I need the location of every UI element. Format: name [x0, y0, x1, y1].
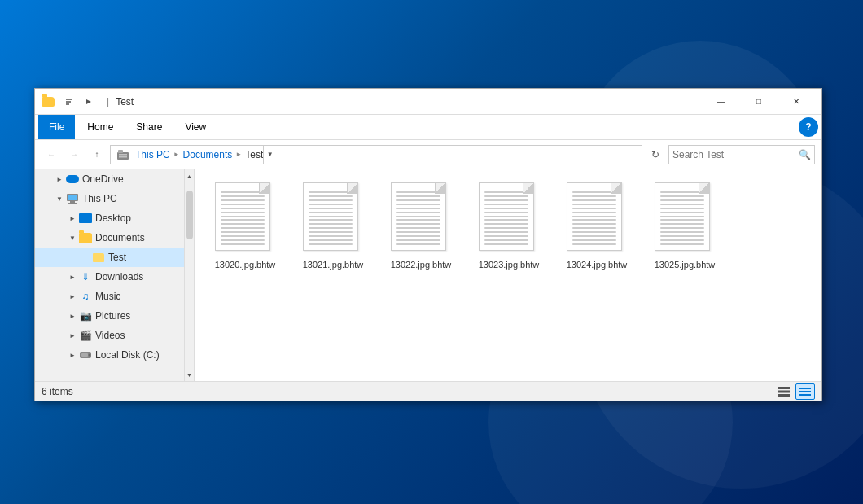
hd-icon — [79, 348, 92, 362]
sidebar-item-music[interactable]: ► ♫ Music — [35, 287, 184, 306]
quick-access-btn-2[interactable] — [81, 94, 97, 110]
item-count: 6 items — [42, 386, 774, 397]
scroll-up-arrow[interactable]: ▲ — [185, 169, 195, 182]
file-name: 13021.jpg.bhtw — [303, 259, 364, 270]
sidebar-label-this-pc: This PC — [82, 193, 117, 204]
tab-view[interactable]: View — [174, 115, 217, 139]
file-thumbnail — [567, 182, 627, 256]
svg-rect-22 — [799, 394, 811, 396]
svg-rect-18 — [786, 390, 790, 392]
videos-icon: 🎬 — [79, 329, 92, 342]
close-button[interactable]: ✕ — [778, 89, 815, 115]
sidebar-item-pictures[interactable]: ► 📷 Pictures — [35, 306, 184, 326]
file-item[interactable]: 13021.jpg.bhtw — [292, 179, 374, 274]
help-button[interactable]: ? — [799, 117, 818, 137]
forward-button: → — [64, 145, 84, 164]
search-box: 🔍 — [668, 145, 815, 164]
address-dropdown[interactable]: ▼ — [263, 145, 276, 164]
expand-icon: ► — [68, 272, 77, 282]
svg-rect-5 — [68, 195, 77, 200]
tab-home[interactable]: Home — [77, 115, 124, 139]
sidebar-label-pictures: Pictures — [95, 310, 130, 322]
svg-rect-17 — [786, 387, 790, 389]
pc-icon — [66, 192, 79, 205]
path-this-pc[interactable]: This PC — [135, 149, 170, 160]
sidebar-item-documents[interactable]: ▼ Documents — [35, 228, 184, 248]
view-buttons — [774, 383, 815, 400]
expand-icon: ► — [68, 311, 77, 321]
expand-icon: ► — [55, 174, 64, 184]
scroll-thumb[interactable] — [186, 191, 193, 239]
expand-icon: ▼ — [55, 194, 64, 204]
sidebar: ► OneDrive ▼ — [35, 169, 184, 381]
svg-rect-14 — [782, 387, 786, 389]
sidebar-item-onedrive[interactable]: ► OneDrive — [35, 169, 184, 189]
ribbon-tab-bar: File Home Share View ? — [35, 115, 821, 139]
sidebar-item-this-pc[interactable]: ▼ This PC — [35, 189, 184, 208]
file-item[interactable]: 13025.jpg.bhtw — [644, 179, 725, 274]
files-grid: 13020.jpg.bhtw 13021.jpg.bhtw — [204, 179, 812, 274]
main-content: ► OneDrive ▼ — [35, 169, 821, 381]
file-name: 13020.jpg.bhtw — [215, 259, 276, 270]
file-item[interactable]: 13023.jpg.bhtw — [468, 179, 550, 274]
svg-rect-3 — [119, 156, 127, 158]
file-thumbnail — [303, 182, 363, 256]
search-icon[interactable]: 🔍 — [799, 149, 811, 160]
svg-rect-19 — [786, 394, 790, 397]
svg-rect-11 — [778, 387, 782, 389]
documents-folder-icon — [79, 231, 92, 244]
window-icon — [42, 95, 55, 108]
sidebar-item-test[interactable]: ► Test — [35, 248, 184, 267]
file-thumbnail — [215, 182, 275, 256]
explorer-window: | Test — □ ✕ File Home Share View ? ← → … — [34, 88, 822, 401]
sidebar-label-music: Music — [95, 291, 120, 302]
svg-rect-12 — [778, 390, 782, 392]
svg-rect-20 — [799, 388, 811, 389]
desktop-icon — [79, 212, 92, 225]
minimize-button[interactable]: — — [703, 89, 740, 115]
sidebar-item-downloads[interactable]: ► ⇓ Downloads — [35, 267, 184, 287]
list-view-button[interactable] — [774, 383, 794, 400]
expand-icon: ▼ — [68, 233, 77, 243]
sidebar-item-desktop[interactable]: ► Desktop — [35, 208, 184, 228]
quick-access-btn-1[interactable] — [61, 94, 77, 110]
up-button[interactable]: ↑ — [87, 145, 107, 164]
scroll-down-arrow[interactable]: ▼ — [185, 368, 195, 381]
file-thumbnail — [479, 182, 539, 256]
tab-file[interactable]: File — [38, 115, 75, 139]
sidebar-label-videos: Videos — [95, 330, 125, 341]
expand-icon: ► — [68, 331, 77, 340]
refresh-button[interactable]: ↻ — [646, 145, 665, 164]
sidebar-label-desktop: Desktop — [95, 213, 131, 224]
quick-access-toolbar — [42, 94, 97, 110]
address-path[interactable]: This PC ► Documents ► Test ▼ — [110, 145, 642, 164]
tile-view-button[interactable] — [795, 383, 815, 400]
svg-point-10 — [89, 354, 91, 357]
file-thumbnail — [391, 182, 451, 256]
onedrive-icon — [66, 173, 79, 186]
file-item[interactable]: 13024.jpg.bhtw — [556, 179, 637, 274]
sidebar-item-local-disk[interactable]: ► Local Disk (C:) — [35, 345, 184, 365]
file-name: 13025.jpg.bhtw — [655, 259, 716, 270]
window-title: Test — [116, 96, 703, 107]
ribbon: File Home Share View ? — [35, 115, 821, 140]
address-bar: ← → ↑ This PC ► Documents ► Test ▼ ↻ — [35, 140, 821, 169]
path-documents[interactable]: Documents — [183, 149, 233, 160]
sidebar-item-videos[interactable]: ► 🎬 Videos — [35, 326, 184, 345]
expand-icon: ► — [68, 350, 77, 360]
sidebar-scrollbar: ▲ ▼ — [184, 169, 194, 381]
tab-share[interactable]: Share — [125, 115, 173, 139]
file-item[interactable]: 13020.jpg.bhtw — [204, 179, 286, 274]
file-thumbnail — [655, 182, 715, 256]
svg-rect-16 — [782, 394, 786, 397]
file-area: 13020.jpg.bhtw 13021.jpg.bhtw — [195, 169, 821, 381]
path-segments: This PC ► Documents ► Test — [117, 149, 263, 160]
search-input[interactable] — [672, 149, 799, 160]
downloads-icon: ⇓ — [79, 270, 92, 283]
music-icon: ♫ — [79, 290, 92, 303]
svg-rect-7 — [68, 203, 77, 204]
maximize-button[interactable]: □ — [740, 89, 778, 115]
svg-rect-9 — [81, 353, 88, 357]
file-item[interactable]: 13022.jpg.bhtw — [380, 179, 462, 274]
svg-rect-6 — [70, 201, 75, 203]
